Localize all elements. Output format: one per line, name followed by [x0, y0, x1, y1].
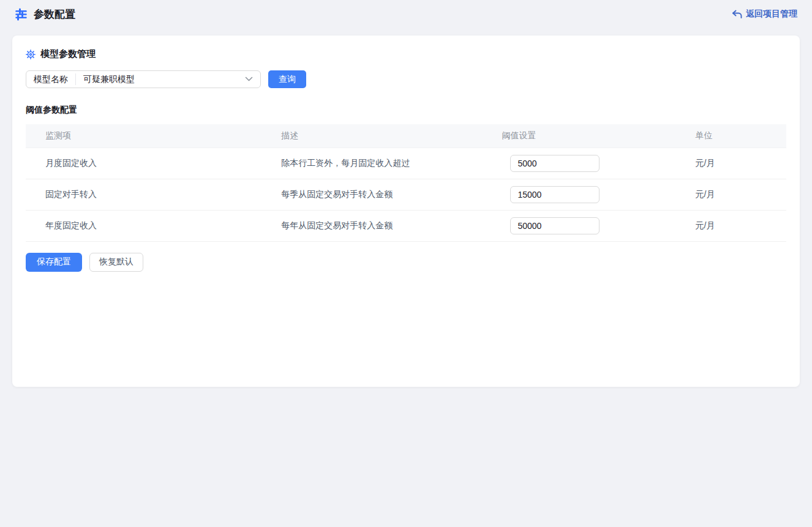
- threshold-input[interactable]: [510, 186, 600, 203]
- unit-cell: 元/月: [690, 148, 786, 179]
- model-name-label: 模型名称: [26, 73, 76, 85]
- sliders-icon: [15, 8, 28, 21]
- table-row: 固定对手转入 每季从固定交易对手转入金额 元/月: [26, 179, 786, 210]
- restore-default-button[interactable]: 恢复默认: [89, 253, 143, 272]
- monitor-item-cell: 固定对手转入: [26, 179, 281, 210]
- section-title-group: 模型参数管理: [26, 48, 786, 60]
- table-row: 月度固定收入 除本行工资外，每月固定收入超过 元/月: [26, 148, 786, 179]
- header-monitor-item: 监测项: [26, 124, 281, 148]
- threshold-cell: [502, 179, 690, 210]
- gear-icon: [26, 50, 36, 59]
- header-unit: 单位: [690, 124, 786, 148]
- threshold-cell: [502, 210, 690, 241]
- unit-cell: 元/月: [690, 210, 786, 241]
- header-description: 描述: [281, 124, 502, 148]
- threshold-cell: [502, 148, 690, 179]
- description-cell: 每季从固定交易对手转入金额: [281, 179, 502, 210]
- description-cell: 每年从固定交易对手转入金额: [281, 210, 502, 241]
- back-link-label: 返回项目管理: [746, 9, 797, 20]
- model-name-value: 可疑兼职模型: [76, 74, 245, 85]
- query-button[interactable]: 查询: [268, 70, 306, 88]
- chevron-down-icon: [245, 77, 260, 82]
- save-config-button[interactable]: 保存配置: [26, 253, 82, 272]
- table-header-row: 监测项 描述 阈值设置 单位: [26, 124, 786, 148]
- threshold-table-title: 阈值参数配置: [26, 105, 786, 116]
- header-threshold: 阈值设置: [502, 124, 690, 148]
- query-row: 模型名称 可疑兼职模型 查询: [26, 70, 786, 88]
- page-title-group: 参数配置: [15, 7, 75, 21]
- section-title: 模型参数管理: [40, 48, 96, 60]
- threshold-input[interactable]: [510, 155, 600, 172]
- undo-arrow-icon: [732, 10, 742, 19]
- page-title: 参数配置: [34, 7, 75, 21]
- back-to-project-link[interactable]: 返回项目管理: [732, 9, 797, 20]
- table-row: 年度固定收入 每年从固定交易对手转入金额 元/月: [26, 210, 786, 241]
- top-bar: 参数配置 返回项目管理: [0, 0, 812, 28]
- threshold-table: 监测项 描述 阈值设置 单位 月度固定收入 除本行工资外，每月固定收入超过 元/…: [26, 124, 786, 242]
- unit-cell: 元/月: [690, 179, 786, 210]
- model-parameter-card: 模型参数管理 模型名称 可疑兼职模型 查询 阈值参数配置 监测项 描述 阈值设置…: [12, 36, 800, 387]
- action-buttons: 保存配置 恢复默认: [26, 253, 786, 272]
- monitor-item-cell: 月度固定收入: [26, 148, 281, 179]
- threshold-input[interactable]: [510, 217, 600, 234]
- model-name-select[interactable]: 模型名称 可疑兼职模型: [26, 70, 261, 88]
- monitor-item-cell: 年度固定收入: [26, 210, 281, 241]
- description-cell: 除本行工资外，每月固定收入超过: [281, 148, 502, 179]
